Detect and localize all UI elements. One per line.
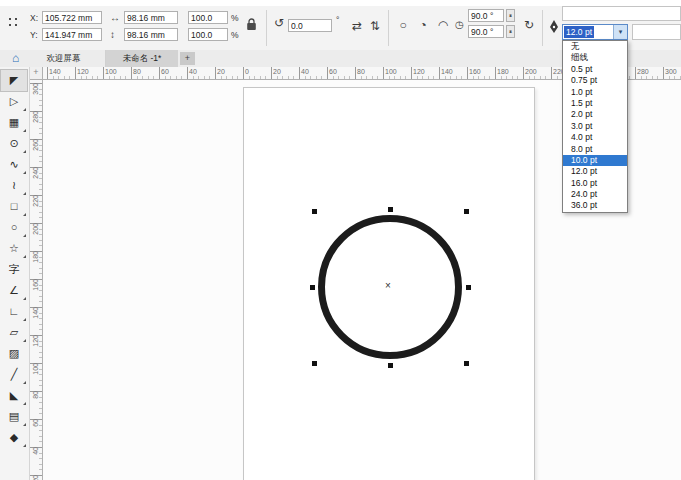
rotation-angle-input[interactable] <box>288 19 332 32</box>
y-position-label: Y: <box>30 30 38 40</box>
ruler-label: 300 <box>32 83 39 95</box>
crop-tool[interactable]: ▦ <box>1 112 27 133</box>
rectangle-tool[interactable]: □ <box>1 196 27 217</box>
arc-mode-button[interactable]: ◠ <box>434 16 452 34</box>
freehand-tool[interactable]: ∿ <box>1 154 27 175</box>
polygon-tool-icon: ☆ <box>9 243 19 254</box>
outline-width-option[interactable]: 细线 <box>563 52 627 63</box>
eyedropper-tool[interactable]: ╱ <box>1 364 27 385</box>
outline-pen-tool-icon: ◆ <box>10 432 18 443</box>
toolbar-blank-field[interactable] <box>562 6 681 21</box>
outline-width-option[interactable]: 4.0 pt <box>563 132 627 143</box>
pie-icon: ◔ <box>419 18 426 32</box>
selection-handle-top-right[interactable] <box>464 209 469 214</box>
polygon-tool[interactable]: ☆ <box>1 238 27 259</box>
end-angle-input[interactable] <box>468 25 504 38</box>
tab-welcome-screen[interactable]: 欢迎屏幕 <box>22 50 106 67</box>
rectangle-tool-icon: □ <box>11 201 18 212</box>
ruler-label: 280 <box>32 111 39 123</box>
tab-document[interactable]: 未命名 -1* <box>106 50 178 67</box>
ellipse-mode-button[interactable]: ○ <box>394 16 412 34</box>
selection-handle-top-left[interactable] <box>312 209 317 214</box>
outline-width-option[interactable]: 36.0 pt <box>563 200 627 211</box>
object-width-input[interactable] <box>124 11 178 24</box>
object-width-icon: ↔ <box>110 13 120 23</box>
selection-handle-top-middle[interactable] <box>388 207 393 212</box>
home-button[interactable]: ⌂ <box>4 51 20 66</box>
mesh-fill-tool-icon: ▤ <box>9 411 19 422</box>
selection-handle-bottom-right[interactable] <box>464 361 469 366</box>
y-position-input[interactable] <box>42 28 102 41</box>
home-icon: ⌂ <box>12 51 19 66</box>
ruler-label: 20 <box>32 475 39 480</box>
change-direction-button[interactable]: ↻ <box>520 16 538 34</box>
ruler-origin[interactable]: + <box>30 67 43 80</box>
outline-width-option[interactable]: 0.5 pt <box>563 64 627 75</box>
outline-width-option[interactable]: 10.0 pt <box>563 155 627 166</box>
change-direction-icon: ↻ <box>524 18 534 32</box>
ruler-label: 180 <box>32 251 39 263</box>
ellipse-icon: ○ <box>399 18 406 32</box>
ruler-label: 140 <box>49 68 61 75</box>
combo-dropdown-button[interactable]: ▾ <box>613 25 627 39</box>
selection-handle-bottom-middle[interactable] <box>388 363 393 368</box>
ruler-label: 220 <box>32 195 39 207</box>
outline-width-option[interactable]: 24.0 pt <box>563 189 627 200</box>
outline-style-selector[interactable] <box>632 24 681 40</box>
outline-pen-tool[interactable]: ◆ <box>1 427 27 448</box>
object-position-grid-icon[interactable] <box>6 15 21 30</box>
ruler-label: 200 <box>525 68 537 75</box>
interactive-fill-tool[interactable]: ◣ <box>1 385 27 406</box>
shape-tool[interactable]: ▷ <box>1 91 27 112</box>
outline-width-option[interactable]: 8.0 pt <box>563 144 627 155</box>
ruler-label: 120 <box>413 68 425 75</box>
ellipse-tool[interactable]: ○ <box>1 217 27 238</box>
text-tool-icon: 字 <box>9 264 20 275</box>
ruler-label: 0 <box>245 68 249 75</box>
ruler-label: 60 <box>32 419 39 427</box>
selection-handle-middle-left[interactable] <box>310 285 315 290</box>
scale-y-input[interactable] <box>188 28 228 41</box>
ruler-label: 100 <box>105 68 117 75</box>
x-position-input[interactable] <box>42 11 102 24</box>
ruler-label: 40 <box>189 68 197 75</box>
dimension-tool[interactable]: ∠ <box>1 280 27 301</box>
outline-width-option[interactable]: 0.75 pt <box>563 75 627 86</box>
start-angle-input[interactable] <box>468 9 504 22</box>
toolbar-separator <box>542 10 543 46</box>
angle-icon: ◷ <box>455 20 464 30</box>
outline-width-combobox[interactable]: 12.0 pt ▾ <box>562 24 628 40</box>
mirror-vertical-button[interactable]: ⇅ <box>366 17 384 35</box>
ruler-label: 40 <box>301 68 309 75</box>
zoom-tool[interactable]: ⊙ <box>1 133 27 154</box>
object-height-input[interactable] <box>124 28 178 41</box>
outline-width-option[interactable]: 12.0 pt <box>563 166 627 177</box>
new-document-tab-button[interactable]: + <box>180 52 195 65</box>
artistic-media-tool[interactable]: ≀ <box>1 175 27 196</box>
mirror-horizontal-button[interactable]: ⇄ <box>348 17 366 35</box>
mesh-fill-tool[interactable]: ▤ <box>1 406 27 427</box>
shadow-tool[interactable]: ▱ <box>1 322 27 343</box>
text-tool[interactable]: 字 <box>1 259 27 280</box>
selection-handle-middle-right[interactable] <box>466 285 471 290</box>
ruler-label: 240 <box>32 167 39 179</box>
outline-width-option[interactable]: 2.0 pt <box>563 109 627 120</box>
ruler-label: 200 <box>32 223 39 235</box>
outline-width-option[interactable]: 1.5 pt <box>563 98 627 109</box>
ruler-label: 80 <box>133 68 141 75</box>
end-angle-spinner[interactable]: ▴ ▾ <box>506 25 515 38</box>
scale-x-input[interactable] <box>188 11 228 24</box>
transparency-tool[interactable]: ▨ <box>1 343 27 364</box>
outline-width-option[interactable]: 无 <box>563 41 627 52</box>
vertical-ruler[interactable]: 3002802602402202001801601401201008060402… <box>30 80 43 480</box>
connector-tool[interactable]: ∟ <box>1 301 27 322</box>
outline-width-option[interactable]: 3.0 pt <box>563 121 627 132</box>
pick-tool-icon: ◤ <box>10 75 18 86</box>
pick-tool[interactable]: ◤ <box>1 70 27 91</box>
selection-handle-bottom-left[interactable] <box>312 361 317 366</box>
start-angle-spinner[interactable]: ▴ ▾ <box>506 9 515 22</box>
pie-mode-button[interactable]: ◔ <box>414 16 432 34</box>
outline-width-option[interactable]: 1.0 pt <box>563 87 627 98</box>
outline-width-option[interactable]: 16.0 pt <box>563 178 627 189</box>
mirror-horizontal-icon: ⇄ <box>352 19 362 33</box>
